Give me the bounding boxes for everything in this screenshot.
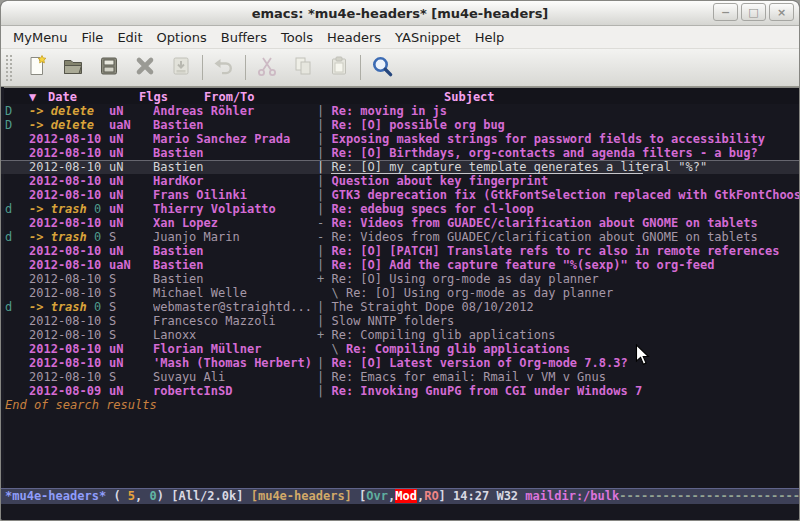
mark-cell bbox=[5, 132, 29, 146]
from-cell: Bastien bbox=[153, 244, 317, 258]
menu-help[interactable]: Help bbox=[468, 30, 512, 45]
menu-bar: MyMenu File Edit Options Buffers Tools H… bbox=[1, 26, 799, 49]
date-cell: 2012-08-10 bbox=[29, 244, 109, 258]
message-row[interactable]: 2012-08-10uNBastien| Re: [O] [PATCH] Tra… bbox=[1, 244, 799, 258]
flags-cell: uN bbox=[109, 216, 153, 230]
menu-yasnippet[interactable]: YASnippet bbox=[388, 30, 468, 45]
column-subject[interactable]: Subject bbox=[444, 89, 495, 105]
message-row[interactable]: 2012-08-10uNBastien| Re: [O] my capture … bbox=[1, 160, 799, 174]
thread-connector: | bbox=[317, 258, 331, 272]
menu-tools[interactable]: Tools bbox=[274, 30, 320, 45]
flags-cell: uN bbox=[109, 188, 153, 202]
flags-cell: uN bbox=[109, 384, 153, 398]
search-button[interactable] bbox=[364, 53, 400, 83]
menu-mymenu[interactable]: MyMenu bbox=[6, 30, 75, 45]
message-row[interactable]: 2012-08-10uNFlorian Müllner \ Re: Compil… bbox=[1, 342, 799, 356]
modeline-overwrite-flag: Ovr bbox=[366, 489, 388, 503]
modeline-clock: 14:27 bbox=[453, 489, 489, 503]
toolbar-grip-handle[interactable] bbox=[5, 54, 14, 82]
subject-cell: Re: [O] Add the capture feature "%(sexp)… bbox=[331, 258, 799, 272]
mark-cell: d bbox=[5, 202, 29, 216]
message-row[interactable]: D-> deleteuNAndreas Röhler| Re: moving i… bbox=[1, 104, 799, 118]
title-bar[interactable]: emacs: *mu4e-headers* [mu4e-headers] − □… bbox=[1, 1, 799, 26]
new-file-button[interactable] bbox=[19, 53, 55, 83]
close-buffer-button[interactable] bbox=[127, 53, 163, 83]
mark-cell: D bbox=[5, 104, 29, 118]
menu-buffers[interactable]: Buffers bbox=[214, 30, 274, 45]
save-icon bbox=[97, 54, 121, 82]
mark-target: 0 bbox=[87, 202, 101, 216]
date-cell: 2012-08-10 bbox=[29, 272, 109, 286]
paste-clipboard-icon bbox=[327, 54, 351, 82]
sort-descending-icon[interactable]: ▼ bbox=[29, 89, 36, 105]
mark-cell bbox=[5, 342, 29, 356]
mark-cell bbox=[5, 174, 29, 188]
message-row[interactable]: D-> deleteuaNBastien| Re: [O] possible o… bbox=[1, 118, 799, 132]
menu-edit[interactable]: Edit bbox=[110, 30, 149, 45]
message-row[interactable]: 2012-08-10SLanoxx+ Re: Compiling glib ap… bbox=[1, 328, 799, 342]
flags-cell: S bbox=[109, 230, 153, 244]
thread-connector: | bbox=[317, 202, 331, 216]
message-row[interactable]: 2012-08-10SFrancesco Mazzoli| Slow NNTP … bbox=[1, 314, 799, 328]
end-of-search-results: End of search results bbox=[1, 398, 799, 412]
message-row[interactable]: d-> trash 0Swebmaster@straightd...| The … bbox=[1, 300, 799, 314]
mark-cell bbox=[5, 356, 29, 370]
thread-connector: | bbox=[317, 314, 331, 328]
message-row[interactable]: 2012-08-10uNHardKor| Question about key … bbox=[1, 174, 799, 188]
echo-area[interactable] bbox=[1, 504, 799, 520]
from-cell: Frans Oilinki bbox=[153, 188, 317, 202]
mark-cell bbox=[5, 188, 29, 202]
save-button[interactable] bbox=[91, 53, 127, 83]
mark-cell bbox=[5, 272, 29, 286]
emacs-window: emacs: *mu4e-headers* [mu4e-headers] − □… bbox=[0, 0, 800, 521]
date-cell: 2012-08-10 bbox=[29, 216, 109, 230]
open-button[interactable] bbox=[55, 53, 91, 83]
column-from[interactable]: From/To bbox=[204, 89, 255, 105]
copy-icon bbox=[291, 54, 315, 82]
mark-action-label: -> trash bbox=[29, 230, 87, 244]
date-cell: 2012-08-10 bbox=[29, 188, 109, 202]
message-row[interactable]: d-> trash 0uNThierry Volpiatto| Re: edeb… bbox=[1, 202, 799, 216]
message-row[interactable]: 2012-08-10uNFrans Oilinki| GTK3 deprecat… bbox=[1, 188, 799, 202]
message-row[interactable]: 2012-08-10uN'Mash (Thomas Herbert)| Re: … bbox=[1, 356, 799, 370]
message-row[interactable]: 2012-08-10uNMario Sanchez Prada| Exposin… bbox=[1, 132, 799, 146]
subject-cell: Re: Compiling glib applications bbox=[346, 342, 799, 356]
message-row[interactable]: 2012-08-10SMichael Welle \ Re: [O] Using… bbox=[1, 286, 799, 300]
mark-action-label: -> trash bbox=[29, 300, 87, 314]
flags-cell: uN bbox=[109, 342, 153, 356]
subject-cell: Re: Compiling glib applications bbox=[331, 328, 799, 342]
modeline-size: [All/2.0k] bbox=[171, 489, 250, 503]
from-cell: Michael Welle bbox=[153, 286, 317, 300]
minimize-button[interactable]: − bbox=[713, 3, 738, 21]
thread-connector: | bbox=[317, 174, 331, 188]
from-cell: robertcInSD bbox=[153, 384, 317, 398]
subject-cell: Re: [O] Using org-mode as day planner bbox=[346, 286, 799, 300]
mark-cell bbox=[5, 216, 29, 230]
flags-cell: uN bbox=[109, 244, 153, 258]
action-cell: -> trash 0 bbox=[29, 202, 109, 216]
menu-headers[interactable]: Headers bbox=[320, 30, 388, 45]
column-flags[interactable]: Flgs bbox=[139, 89, 168, 105]
flags-cell: S bbox=[109, 286, 153, 300]
from-cell: Andreas Röhler bbox=[153, 104, 317, 118]
column-date[interactable]: Date bbox=[48, 89, 77, 105]
thread-connector: \ bbox=[317, 342, 346, 356]
message-row[interactable]: 2012-08-09uNrobertcInSD| Re: Invoking Gn… bbox=[1, 384, 799, 398]
from-cell: Francesco Mazzoli bbox=[153, 314, 317, 328]
maximize-button[interactable]: □ bbox=[741, 3, 766, 21]
from-cell: 'Mash (Thomas Herbert) bbox=[153, 356, 317, 370]
message-row[interactable]: 2012-08-10uNBastien| Re: [O] Birthdays, … bbox=[1, 146, 799, 160]
message-row[interactable]: d-> trash 0SJuanjo Marin- Re: Videos fro… bbox=[1, 230, 799, 244]
close-button[interactable]: × bbox=[769, 3, 794, 21]
message-row[interactable]: 2012-08-10uaNBastien| Re: [O] Add the ca… bbox=[1, 258, 799, 272]
message-row[interactable]: 2012-08-10SBastien+ Re: [O] Using org-mo… bbox=[1, 272, 799, 286]
message-row[interactable]: 2012-08-10uNXan Lopez- Re: Videos from G… bbox=[1, 216, 799, 230]
mouse-cursor bbox=[635, 344, 650, 370]
menu-options[interactable]: Options bbox=[150, 30, 214, 45]
mark-cell bbox=[5, 328, 29, 342]
message-row[interactable]: 2012-08-10SSuvayu Ali| Re: Emacs for ema… bbox=[1, 370, 799, 384]
menu-file[interactable]: File bbox=[75, 30, 111, 45]
modeline-line-number: 5 bbox=[128, 489, 135, 503]
flags-cell: S bbox=[109, 328, 153, 342]
search-magnifier-icon bbox=[370, 54, 394, 82]
